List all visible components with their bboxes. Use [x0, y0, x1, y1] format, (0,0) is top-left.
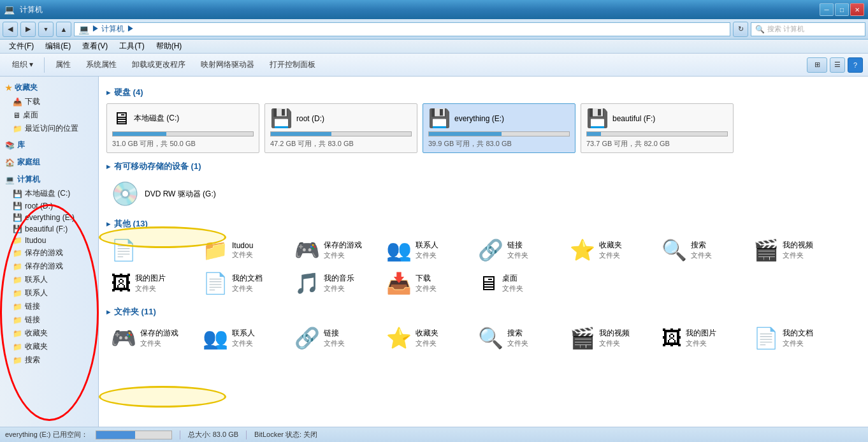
minimize-button[interactable]: ─: [820, 3, 834, 16]
sidebar-item-c[interactable]: 💾 本地磁盘 (C:): [0, 187, 98, 200]
close-button[interactable]: ✕: [850, 3, 864, 16]
folder-favorites[interactable]: ⭐ 收藏夹 文件夹: [565, 235, 655, 265]
other-label: 其他 (13): [114, 218, 148, 230]
folder-contacts-type: 文件夹: [416, 251, 438, 260]
address-input[interactable]: 💻 ▶ 计算机 ▶: [74, 22, 730, 36]
folders-label: 文件夹 (11): [114, 306, 156, 318]
properties-button[interactable]: 属性: [48, 56, 78, 73]
folder-contacts2-icon: 📁: [13, 289, 22, 298]
maximize-button[interactable]: □: [835, 3, 849, 16]
folder-my-docs[interactable]: 📄 我的文档 文件夹: [198, 268, 287, 298]
organize-button[interactable]: 组织 ▾: [5, 56, 40, 73]
sidebar-item-d[interactable]: 💾 root (D:): [0, 200, 98, 212]
title-bar-controls: ─ □ ✕: [820, 3, 864, 16]
control-panel-button[interactable]: 打开控制面板: [263, 56, 322, 73]
sidebar-item-links2[interactable]: 📁 链接: [0, 313, 98, 327]
drive-d-icon: 💾: [270, 108, 293, 129]
uninstall-button[interactable]: 卸载或更改程序: [125, 56, 192, 73]
drive-d[interactable]: 💾 root (D:) 47.2 GB 可用，共 83.0 GB: [264, 103, 417, 153]
view-toggle-button[interactable]: ☰: [830, 57, 845, 73]
menu-file[interactable]: 文件(F): [4, 40, 39, 53]
folder-empty-icon: 📄: [111, 238, 136, 262]
folder-empty[interactable]: 📄: [106, 235, 196, 265]
sidebar-item-download[interactable]: 📥 下载: [0, 95, 98, 108]
subfolder-pictures-name: 我的图片: [686, 328, 716, 339]
hard-drives-label: 硬盘 (4): [114, 87, 143, 98]
sidebar-item-contacts1[interactable]: 📁 联系人: [0, 273, 98, 286]
sidebar-item-itudou[interactable]: 📁 Itudou: [0, 235, 98, 246]
sidebar-item-contacts2[interactable]: 📁 联系人: [0, 286, 98, 300]
folder-desktop2[interactable]: 🖥 桌面 文件夹: [474, 268, 563, 298]
toolbar-right: ⊞ ☰ ?: [807, 57, 863, 73]
folder-my-music[interactable]: 🎵 我的音乐 文件夹: [290, 268, 379, 298]
drive-f[interactable]: 💾 beautiful (F:) 73.7 GB 可用，共 82.0 GB: [581, 103, 734, 153]
subfolder-contacts[interactable]: 👥 联系人 文件夹: [198, 323, 287, 353]
folder-search[interactable]: 🔍 搜索 文件夹: [657, 235, 746, 265]
folder-my-videos[interactable]: 🎬 我的视频 文件夹: [749, 235, 838, 265]
menu-edit[interactable]: 编辑(E): [40, 40, 76, 53]
menu-tools[interactable]: 工具(T): [114, 40, 149, 53]
sidebar-item-desktop[interactable]: 🖥 桌面: [0, 108, 98, 122]
sidebar-item-favorites1[interactable]: 📁 收藏夹: [0, 327, 98, 340]
window-title: 计算机: [20, 4, 43, 15]
drive-f-name: beautiful (F:): [612, 114, 655, 123]
sidebar-item-e[interactable]: 💾 everything (E:): [0, 212, 98, 223]
folder-my-pictures[interactable]: 🖼 我的图片 文件夹: [106, 268, 196, 298]
folder-docs-name: 我的文档: [232, 273, 263, 284]
subfolder-docs[interactable]: 📄 我的文档 文件夹: [749, 323, 838, 353]
folder-links2-icon: 📁: [13, 316, 22, 325]
back-button[interactable]: ◀: [3, 22, 18, 37]
folder-videos-icon: 🎬: [753, 238, 779, 262]
sidebar: ★ 收藏夹 📥 下载 🖥 桌面 📁 最近访问的位置 📚 库: [0, 77, 99, 427]
menu-help[interactable]: 帮助(H): [151, 40, 187, 53]
folder-docs-icon: 📄: [203, 271, 228, 295]
subfolder-pictures-type: 文件夹: [686, 339, 716, 348]
sidebar-item-saved-games1[interactable]: 📁 保存的游戏: [0, 246, 98, 260]
map-drive-button[interactable]: 映射网络驱动器: [194, 56, 261, 73]
folder-pictures-name: 我的图片: [135, 273, 166, 284]
drive-c[interactable]: 🖥 本地磁盘 (C:) 31.0 GB 可用，共 50.0 GB: [106, 103, 259, 153]
system-properties-button[interactable]: 系统属性: [79, 56, 124, 73]
dvd-drive[interactable]: 💿 DVD RW 驱动器 (G:): [106, 177, 247, 210]
sidebar-item-links1[interactable]: 📁 链接: [0, 300, 98, 313]
sidebar-item-search[interactable]: 📁 搜索: [0, 353, 98, 367]
subfolder-contacts-name: 联系人: [232, 328, 255, 339]
folder-saved-name: 保存的游戏: [324, 240, 362, 251]
folder-saved2-icon: 📁: [13, 262, 22, 271]
recent-button[interactable]: ▼: [38, 22, 54, 37]
sidebar-item-recent[interactable]: 📁 最近访问的位置: [0, 122, 98, 135]
sidebar-section-library: 📚 库: [0, 138, 98, 152]
subfolder-saved-games[interactable]: 🎮 保存的游戏 文件夹: [106, 323, 196, 353]
subfolder-search-icon: 🔍: [478, 326, 503, 350]
subfolder-videos[interactable]: 🎬 我的视频 文件夹: [565, 323, 655, 353]
sidebar-homegroup-header[interactable]: 🏠 家庭组: [0, 155, 98, 170]
up-button[interactable]: ▲: [56, 22, 71, 37]
sidebar-item-saved-games2[interactable]: 📁 保存的游戏: [0, 260, 98, 273]
homegroup-label: 家庭组: [17, 157, 40, 168]
folder-links-icon2: 🔗: [478, 238, 503, 262]
folder-itudou[interactable]: 📁 Itudou 文件夹: [198, 235, 287, 265]
sidebar-item-favorites2[interactable]: 📁 收藏夹: [0, 340, 98, 353]
search-box[interactable]: 🔍 搜索 计算机: [751, 22, 865, 36]
sidebar-favorites-header[interactable]: ★ 收藏夹: [0, 80, 98, 95]
subfolder-favorites[interactable]: ⭐ 收藏夹 文件夹: [382, 323, 471, 353]
refresh-button[interactable]: ↻: [733, 22, 748, 37]
folder-saved-games[interactable]: 🎮 保存的游戏 文件夹: [290, 235, 379, 265]
view-options-button[interactable]: ⊞: [807, 57, 827, 73]
subfolder-pictures[interactable]: 🖼 我的图片 文件夹: [657, 323, 746, 353]
dvd-grid: 💿 DVD RW 驱动器 (G:): [106, 177, 860, 210]
help-button[interactable]: ?: [848, 57, 863, 73]
sidebar-item-f[interactable]: 💾 beautiful (F:): [0, 223, 98, 235]
sidebar-computer-header[interactable]: 💻 计算机: [0, 172, 98, 187]
menu-view[interactable]: 查看(V): [77, 40, 113, 53]
status-bitlocker: BitLocker 状态: 关闭: [254, 430, 317, 439]
folder-contacts[interactable]: 👥 联系人 文件夹: [382, 235, 471, 265]
search-placeholder: 搜索 计算机: [767, 24, 804, 34]
sidebar-library-header[interactable]: 📚 库: [0, 138, 98, 152]
subfolder-links[interactable]: 🔗 链接 文件夹: [290, 323, 379, 353]
drive-e[interactable]: 💾 everything (E:) 39.9 GB 可用，共 83.0 GB: [423, 103, 575, 153]
subfolder-search[interactable]: 🔍 搜索 文件夹: [474, 323, 563, 353]
forward-button[interactable]: ▶: [20, 22, 36, 37]
folder-download2[interactable]: 📥 下载 文件夹: [382, 268, 471, 298]
folder-links[interactable]: 🔗 链接 文件夹: [474, 235, 563, 265]
